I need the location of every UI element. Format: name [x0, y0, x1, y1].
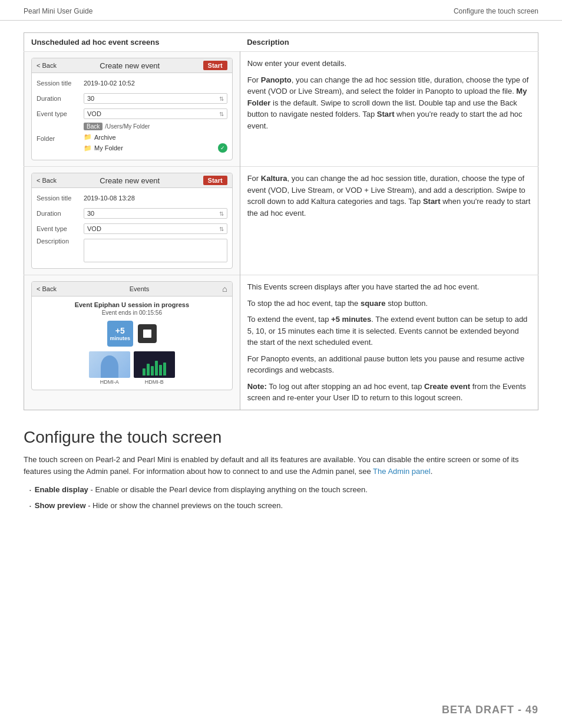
- folder-icon-myfolder: 📁: [84, 144, 92, 152]
- desc-p1-1: Now enter your event details.: [247, 58, 531, 70]
- value-session-title-2: 2019-10-08 13:28: [84, 195, 227, 202]
- desc-p1-2: For Kaltura, you can change the ad hoc s…: [247, 173, 531, 219]
- device-header-1: < Back Create new event Start: [32, 58, 232, 73]
- main-table: Unscheduled ad hoc event screens Descrip…: [24, 32, 538, 410]
- value-event-type-1: VOD ⇅: [84, 108, 227, 119]
- header-left: Pearl Mini User Guide: [24, 7, 92, 15]
- desc-p3-3: To extend the event, tap +5 minutes. The…: [247, 314, 531, 348]
- col-desc-header: Description: [240, 33, 538, 52]
- device-body-2: Session title 2019-10-08 13:28 Duration …: [32, 188, 232, 268]
- form-row-duration-2: Duration 30 ⇅: [37, 207, 227, 220]
- bullet-list: • Enable display - Enable or disable the…: [24, 484, 538, 512]
- bars-preview: [134, 351, 175, 378]
- event-controls: +5 minutes: [37, 321, 227, 347]
- check-icon: ✓: [218, 143, 227, 153]
- value-session-title-1: 2019-10-02 10:52: [84, 80, 227, 87]
- list-item-show-preview: • Show preview - Hide or show the channe…: [29, 500, 538, 512]
- bar-1: [143, 368, 146, 375]
- desc-p2-1: For Panopto, you can change the ad hoc s…: [247, 74, 531, 132]
- bar-3: [151, 366, 154, 375]
- event-name: Event Epiphan U session in progress: [37, 301, 227, 308]
- form-row-session-title-2: Session title 2019-10-08 13:28: [37, 192, 227, 205]
- configure-section: Configure the touch screen The touch scr…: [24, 428, 538, 512]
- desc-p2-3: To stop the ad hoc event, tap the square…: [247, 298, 531, 309]
- folder-icon-archive: 📁: [84, 133, 92, 141]
- label-event-type-1: Event type: [37, 110, 84, 117]
- table-row: < Back Create new event Start Session ti…: [24, 167, 538, 275]
- channel-previews: HDMI-A: [37, 351, 227, 385]
- device-screen-2: < Back Create new event Start Session ti…: [31, 173, 233, 269]
- device-screen-3: < Back Events ⌂ Event Epiphan U session …: [31, 281, 233, 390]
- device-screen-1: < Back Create new event Start Session ti…: [31, 58, 233, 160]
- desc-p1-3: This Events screen displays after you ha…: [247, 281, 531, 293]
- value-duration-1: 30 ⇅: [84, 93, 227, 104]
- channel-thumb-hdmi-a: [89, 351, 130, 378]
- event-ends: Event ends in 00:15:56: [37, 309, 227, 316]
- channel-preview-hdmi-b: HDMI-B: [134, 351, 175, 385]
- desc-cell-1: Now enter your event details. For Panopt…: [240, 52, 538, 167]
- folder-item-archive[interactable]: 📁 Archive: [84, 132, 227, 142]
- stop-button[interactable]: [138, 324, 157, 343]
- bar-6: [163, 363, 166, 375]
- bar-5: [159, 365, 162, 375]
- channel-label-hdmi-a: HDMI-A: [89, 379, 130, 385]
- form-row-event-type-1: Event type VOD ⇅: [37, 107, 227, 120]
- col-screen-header: Unscheduled ad hoc event screens: [24, 33, 240, 52]
- bullet-dot-2: •: [29, 503, 31, 510]
- home-icon[interactable]: ⌂: [222, 284, 227, 294]
- description-textarea[interactable]: [84, 239, 227, 262]
- person-preview: [89, 351, 130, 378]
- channel-preview-hdmi-a: HDMI-A: [89, 351, 130, 385]
- channel-label-hdmi-b: HDMI-B: [134, 379, 175, 385]
- label-duration-1: Duration: [37, 95, 84, 102]
- screen-cell-2: < Back Create new event Start Session ti…: [24, 167, 240, 275]
- configure-title: Configure the touch screen: [24, 428, 538, 447]
- screen-title-1: Create new event: [100, 61, 160, 70]
- plus5-button[interactable]: +5 minutes: [107, 321, 133, 347]
- events-body: Event Epiphan U session in progress Even…: [32, 297, 232, 390]
- events-title: Events: [130, 285, 150, 292]
- label-duration-2: Duration: [37, 210, 84, 217]
- folder-name-archive: Archive: [94, 134, 116, 141]
- folder-name-myfolder: My Folder: [94, 144, 123, 151]
- bullet-dot-1: •: [29, 487, 31, 495]
- minutes-label: minutes: [110, 335, 131, 341]
- label-folder-1: Folder: [37, 135, 84, 142]
- header-right: Configure the touch screen: [454, 7, 538, 15]
- plus5-text: +5: [115, 326, 125, 335]
- value-duration-2: 30 ⇅: [84, 208, 227, 219]
- device-header-2: < Back Create new event Start: [32, 173, 232, 188]
- list-item-enable-display: • Enable display - Enable or disable the…: [29, 484, 538, 496]
- folder-item-myfolder[interactable]: 📁 My Folder ✓: [84, 142, 227, 154]
- person-silhouette: [101, 355, 118, 378]
- form-row-description-2: Description: [37, 238, 227, 262]
- folder-path: /Users/My Folder: [105, 123, 150, 130]
- form-row-session-title-1: Session title 2019-10-02 10:52: [37, 77, 227, 90]
- start-button-1[interactable]: Start: [203, 61, 227, 70]
- folder-back-pill[interactable]: Back: [84, 123, 103, 130]
- form-row-event-type-2: Event type VOD ⇅: [37, 222, 227, 235]
- label-session-title-1: Session title: [37, 80, 84, 87]
- back-button-1[interactable]: < Back: [37, 62, 57, 69]
- screen-title-2: Create new event: [100, 176, 160, 185]
- back-button-3[interactable]: < Back: [37, 285, 57, 292]
- desc-cell-3: This Events screen displays after you ha…: [240, 275, 538, 410]
- back-button-2[interactable]: < Back: [37, 177, 57, 184]
- device-body-1: Session title 2019-10-02 10:52 Duration …: [32, 73, 232, 160]
- label-event-type-2: Event type: [37, 225, 84, 232]
- page-footer: BETA DRAFT - 49: [442, 704, 538, 716]
- bar-4: [155, 361, 158, 375]
- folder-nav-1: Back /Users/My Folder 📁 Archive 📁: [84, 123, 227, 154]
- table-row: < Back Create new event Start Session ti…: [24, 52, 538, 167]
- stop-square-icon: [143, 330, 151, 338]
- bullet-term-2: Show preview - Hide or show the channel …: [35, 500, 283, 512]
- bullet-term-1: Enable display - Enable or disable the P…: [35, 484, 368, 496]
- admin-panel-link[interactable]: The Admin panel: [373, 467, 431, 476]
- value-description-2: [84, 238, 227, 262]
- events-header: < Back Events ⌂: [32, 282, 232, 297]
- configure-intro: The touch screen on Pearl-2 and Pearl Mi…: [24, 454, 538, 479]
- channel-thumb-hdmi-b: [134, 351, 175, 378]
- table-row: < Back Events ⌂ Event Epiphan U session …: [24, 275, 538, 410]
- screen-cell-1: < Back Create new event Start Session ti…: [24, 52, 240, 167]
- start-button-2[interactable]: Start: [203, 176, 227, 185]
